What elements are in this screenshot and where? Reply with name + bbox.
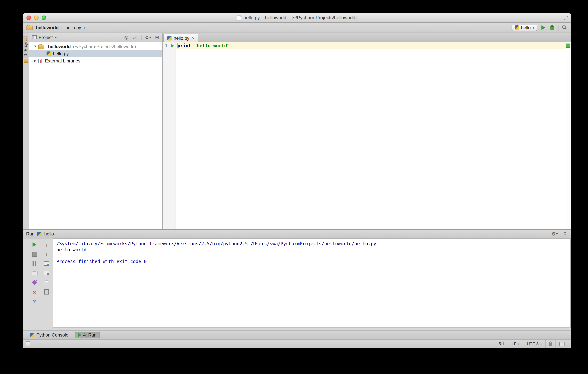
pycharm-window: hello.py – helloworld – [~/PycharmProjec… xyxy=(23,13,571,348)
code-editor[interactable]: print "hello world" xyxy=(176,43,571,229)
collapse-all-button[interactable]: ⊟ xyxy=(154,34,160,40)
python-file-icon xyxy=(167,36,172,40)
tool-window-button-python-console[interactable]: Python Console xyxy=(26,331,72,338)
inspection-stripe xyxy=(566,43,571,229)
lock-icon xyxy=(549,343,552,346)
python-icon xyxy=(37,232,42,236)
python-file-icon xyxy=(47,51,51,56)
navigation-bar: helloworld › hello.py › hello ▾ xyxy=(23,23,571,33)
run-button[interactable] xyxy=(541,25,546,31)
readonly-toggle[interactable] xyxy=(545,340,556,348)
console-line: /System/Library/Frameworks/Python.framew… xyxy=(56,241,567,247)
run-config-select[interactable]: hello ▾ xyxy=(512,24,537,31)
stop-button[interactable] xyxy=(32,251,37,257)
chevron-down-icon[interactable]: ▾ xyxy=(55,35,57,39)
breadcrumb-project[interactable]: helloworld xyxy=(36,25,59,30)
inspection-status-icon[interactable] xyxy=(566,43,570,48)
run-button-mnemonic: 4 xyxy=(83,332,85,338)
chevron-right-icon[interactable]: ▶ xyxy=(32,59,38,63)
tree-item-project-root[interactable]: ▼ helloworld (~/PycharmProjects/hellowor… xyxy=(29,43,162,50)
tool-window-button-run[interactable]: 4: Run xyxy=(75,331,100,338)
console-output[interactable]: /System/Library/Frameworks/Python.framew… xyxy=(52,238,571,328)
zoom-button[interactable] xyxy=(42,16,46,20)
title-bar[interactable]: hello.py – helloworld – [~/PycharmProjec… xyxy=(23,13,571,23)
locate-button[interactable]: ◎ xyxy=(124,34,129,40)
search-button[interactable] xyxy=(562,25,567,31)
tool-window-stripe: 1: Project xyxy=(23,33,29,229)
settings-button[interactable]: ⚙▾ xyxy=(145,34,151,40)
right-margin-guide xyxy=(499,43,499,229)
pause-output-button[interactable] xyxy=(32,261,37,266)
run-config-label: hello xyxy=(521,25,531,30)
run-button-label: : Run xyxy=(86,332,96,338)
hide-panel-button[interactable]: ↧ xyxy=(562,231,567,237)
python-icon xyxy=(514,25,519,30)
code-string: "hello world" xyxy=(194,43,230,48)
editor-tab-bar: hello.py × xyxy=(163,33,571,43)
run-tool-window-header[interactable]: Run hello ⚙▾ ↧ xyxy=(23,229,571,238)
folder-icon xyxy=(38,44,44,49)
run-toolbar-right: ↑ ↓ xyxy=(41,238,52,328)
toolbar-divider xyxy=(141,35,141,40)
encoding-select[interactable]: UTF-8 ↕ xyxy=(523,340,545,348)
minimize-button[interactable] xyxy=(34,16,39,20)
tree-item-external-libraries[interactable]: ▶ External Libraries xyxy=(29,57,162,64)
chevron-right-icon: › xyxy=(61,25,63,30)
scroll-to-end-button[interactable] xyxy=(44,270,49,276)
tab-hello-py[interactable]: hello.py × xyxy=(163,34,199,42)
plug-icon xyxy=(32,280,37,285)
run-tab-label[interactable]: hello xyxy=(44,231,54,236)
run-tool-window: × ? ↑ ↓ /System/Library/Frameworks/Pytho… xyxy=(23,238,571,331)
rerun-button[interactable] xyxy=(32,242,37,247)
up-stack-trace-button[interactable]: ↑ xyxy=(44,242,49,247)
soft-wrap-button[interactable] xyxy=(44,261,49,266)
status-bar: 5:1 LF ↕ UTF-8 ↕ xyxy=(23,339,571,348)
stop-icon xyxy=(32,252,37,256)
clear-all-button[interactable] xyxy=(44,289,49,295)
line-separator-select[interactable]: LF ↕ xyxy=(508,340,523,348)
bottom-tool-window-bar: Python Console 4: Run xyxy=(23,331,571,339)
console-line xyxy=(56,253,567,259)
run-gutter-icon[interactable] xyxy=(171,44,174,47)
pause-icon xyxy=(32,261,36,266)
editor-gutter: 1 xyxy=(163,43,176,229)
scroll-from-source-button[interactable]: ⇄ xyxy=(132,34,137,40)
down-stack-trace-button[interactable]: ↓ xyxy=(44,251,49,257)
text-caret xyxy=(177,43,178,48)
traffic-lights xyxy=(26,16,46,20)
run-settings-button[interactable]: ⚙▾ xyxy=(551,231,558,237)
monitor-icon xyxy=(559,342,565,346)
project-view-selector[interactable]: Project xyxy=(39,35,53,40)
project-tool-window: Project ▾ ◎ ⇄ ⚙▾ ⊟ ▼ helloworld xyxy=(29,33,163,229)
breadcrumb-file[interactable]: hello.py xyxy=(65,25,81,30)
help-icon: ? xyxy=(33,299,36,304)
highlighting-level-button[interactable] xyxy=(556,340,568,348)
tool-window-toggle-icon[interactable] xyxy=(26,342,30,346)
attach-button[interactable] xyxy=(32,280,37,285)
python-console-label: Python Console xyxy=(36,332,68,338)
libraries-icon xyxy=(38,58,43,63)
main-content: 1: Project Project ▾ ◎ ⇄ ⚙▾ ⊟ xyxy=(23,33,571,229)
scroll-to-end-icon xyxy=(44,271,49,275)
tree-item-label: helloworld xyxy=(48,44,71,49)
play-icon xyxy=(32,242,36,247)
tree-item-label: hello.py xyxy=(53,51,69,56)
tree-item-hello-py[interactable]: hello.py xyxy=(29,50,162,57)
print-button[interactable] xyxy=(44,280,49,285)
window-title: hello.py – helloworld – [~/PycharmProjec… xyxy=(243,15,357,21)
show-console-button[interactable] xyxy=(32,270,37,276)
arrow-down-icon: ↓ xyxy=(45,252,48,256)
tree-item-label: External Libraries xyxy=(45,58,80,64)
chevron-down-icon[interactable]: ▼ xyxy=(32,45,38,48)
play-icon xyxy=(541,25,545,30)
close-panel-button[interactable]: × xyxy=(32,289,37,295)
help-button[interactable]: ? xyxy=(32,299,37,304)
run-panel-title: Run xyxy=(26,231,34,236)
caret-position[interactable]: 5:1 xyxy=(495,340,508,348)
debug-button[interactable] xyxy=(549,25,555,31)
resize-icon[interactable] xyxy=(564,16,568,20)
close-icon[interactable]: × xyxy=(192,36,195,40)
document-icon xyxy=(237,15,241,20)
close-button[interactable] xyxy=(26,16,31,20)
tool-window-button-project[interactable]: 1: Project xyxy=(23,36,28,58)
